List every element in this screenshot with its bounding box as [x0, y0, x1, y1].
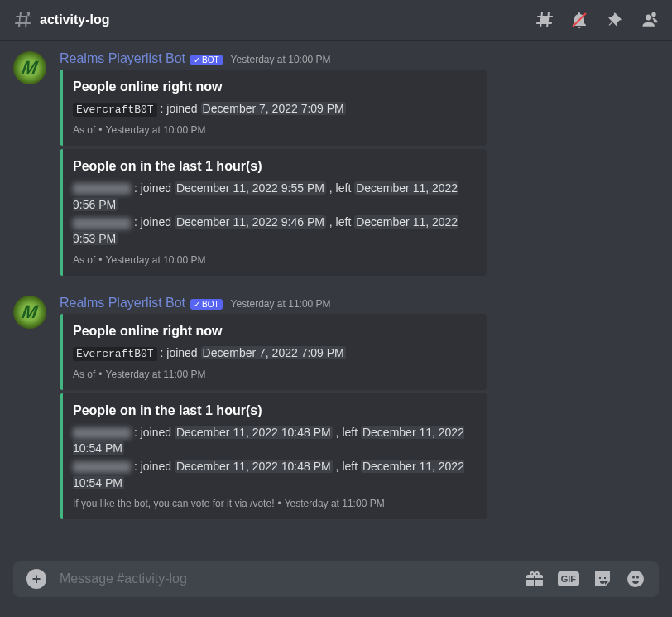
channel-header: activity-log	[0, 0, 672, 40]
embed-footer: As of • Yesterday at 10:00 PM	[73, 124, 473, 136]
embed-footer: As of • Yesterday at 10:00 PM	[73, 254, 473, 266]
gift-icon[interactable]	[525, 569, 545, 589]
embed-title: People online right now	[73, 324, 473, 339]
header-toolbar	[535, 10, 659, 30]
message-timestamp: Yesterday at 10:00 PM	[231, 54, 331, 65]
svg-rect-1	[28, 12, 30, 15]
avatar[interactable]	[13, 296, 46, 329]
timestamp-chip: December 11, 2022 10:48 PM	[175, 426, 333, 439]
player-redacted	[73, 218, 131, 229]
timestamp-chip: December 11, 2022 9:46 PM	[175, 215, 326, 229]
embed-footer: As of • Yesterday at 11:00 PM	[73, 369, 473, 380]
attach-button[interactable]: +	[26, 569, 46, 589]
embed: People online right now EvercraftB0T : j…	[60, 70, 487, 146]
emoji-icon[interactable]	[626, 569, 646, 589]
input-placeholder: Message #activity-log	[60, 571, 525, 586]
embed-footer: If you like the bot, you can vote for it…	[73, 498, 473, 509]
message: Realms Playerlist Bot ✓BOT Yesterday at …	[0, 50, 672, 277]
timestamp-chip: December 11, 2022 9:55 PM	[175, 181, 326, 195]
embed: People on in the last 1 hour(s) : joined…	[60, 393, 487, 519]
player-redacted	[73, 427, 131, 439]
player-code: EvercraftB0T	[73, 103, 157, 117]
threads-icon[interactable]	[535, 10, 554, 30]
channel-name: activity-log	[40, 12, 109, 27]
bot-badge: ✓BOT	[190, 299, 223, 310]
input-area: + Message #activity-log GIF	[0, 561, 672, 617]
timestamp-chip: December 7, 2022 7:09 PM	[201, 102, 346, 115]
message-input[interactable]: + Message #activity-log GIF	[13, 561, 659, 597]
timestamp-chip: December 7, 2022 7:09 PM	[201, 346, 346, 359]
embed: People on in the last 1 hour(s) : joined…	[60, 149, 487, 275]
embed-title: People online right now	[73, 80, 473, 94]
embed-title: People on in the last 1 hour(s)	[73, 403, 473, 418]
notification-icon[interactable]	[569, 10, 589, 30]
player-redacted	[73, 461, 131, 473]
player-redacted	[73, 183, 131, 195]
message-timestamp: Yesterday at 11:00 PM	[231, 298, 331, 310]
timestamp-chip: December 11, 2022 10:48 PM	[175, 460, 333, 473]
author-name[interactable]: Realms Playerlist Bot	[60, 296, 185, 311]
embed-title: People on in the last 1 hour(s)	[73, 159, 473, 174]
message: Realms Playerlist Bot ✓BOT Yesterday at …	[0, 294, 672, 522]
avatar[interactable]	[13, 51, 46, 84]
hash-icon	[13, 10, 33, 30]
sticker-icon[interactable]	[593, 569, 612, 589]
members-icon[interactable]	[639, 10, 659, 30]
message-list: Realms Playerlist Bot ✓BOT Yesterday at …	[0, 40, 672, 561]
player-code: EvercraftB0T	[73, 347, 157, 361]
bot-badge: ✓BOT	[190, 55, 223, 65]
gif-icon[interactable]: GIF	[558, 569, 579, 589]
pin-icon[interactable]	[604, 10, 624, 30]
author-name[interactable]: Realms Playerlist Bot	[60, 51, 185, 66]
embed: People online right now EvercraftB0T : j…	[60, 314, 487, 390]
